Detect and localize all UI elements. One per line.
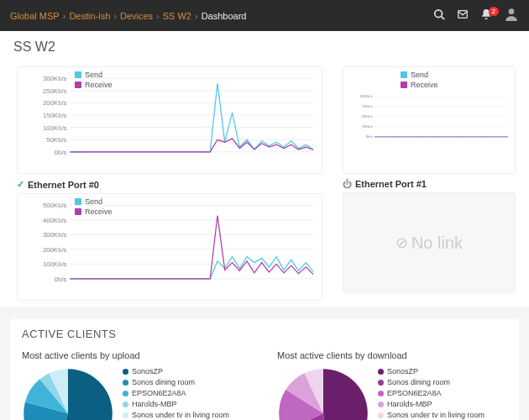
legend-item: Sonos dining room bbox=[378, 378, 484, 386]
nolink-icon: ⊘ bbox=[395, 234, 408, 252]
crumb-1[interactable]: Destin-ish bbox=[69, 11, 110, 21]
swatch-receive bbox=[75, 208, 81, 215]
legend-dot bbox=[123, 369, 128, 375]
chart-top-left: Send Receive 0b/s50Kb/s100Kb/s150Kb/s200… bbox=[17, 66, 322, 174]
crumb-0[interactable]: Global MSP bbox=[10, 11, 60, 21]
legend-label: Harolds-MBP bbox=[132, 400, 177, 408]
swatch-send bbox=[401, 71, 407, 78]
legend-dot bbox=[378, 380, 384, 386]
crumb-3[interactable]: SS W2 bbox=[163, 11, 191, 21]
download-subtitle: Most active clients by download bbox=[277, 350, 507, 360]
nolink-label: No link bbox=[411, 234, 463, 253]
legend-label: Sonos dining room bbox=[387, 378, 450, 386]
check-icon: ✓ bbox=[17, 179, 24, 190]
download-block: Most active clients by download SonosZPS… bbox=[277, 350, 507, 420]
legend-label: Harolds-MBP bbox=[387, 400, 432, 408]
legend-label: Sonos dining room bbox=[132, 378, 195, 386]
page-title: SS W2 bbox=[0, 31, 529, 60]
legend-dot bbox=[378, 412, 384, 418]
legend-send: Send bbox=[85, 197, 102, 206]
legend-item: SonosZP bbox=[378, 367, 484, 375]
chart-svg: 0b/s100Kb/s200Kb/s300Kb/s400Kb/s500Kb/s bbox=[23, 199, 317, 291]
svg-rect-2 bbox=[458, 11, 468, 18]
port1-label: Ethernet Port #1 bbox=[355, 179, 427, 189]
crumb-current: Dashboard bbox=[202, 11, 247, 21]
svg-text:500Kb/s: 500Kb/s bbox=[43, 202, 67, 209]
svg-text:100Kb/s: 100Kb/s bbox=[359, 94, 373, 98]
legend-item: Sonos dining room bbox=[123, 378, 229, 386]
svg-text:150Kb/s: 150Kb/s bbox=[43, 112, 67, 119]
port1-title: ⏻ Ethernet Port #1 bbox=[343, 179, 516, 189]
upload-block: Most active clients by upload SonosZPSon… bbox=[22, 350, 252, 420]
legend-label: EPSON6E2A8A bbox=[132, 389, 186, 397]
svg-text:100Kb/s: 100Kb/s bbox=[43, 260, 67, 268]
avatar-icon[interactable] bbox=[504, 7, 519, 24]
top-bar: Global MSP› Destin-ish› Devices› SS W2› … bbox=[0, 0, 529, 31]
svg-text:0b/s: 0b/s bbox=[366, 134, 373, 139]
legend-dot bbox=[123, 412, 128, 418]
legend-item: Harolds-MBP bbox=[123, 400, 229, 408]
svg-text:0b/s: 0b/s bbox=[55, 149, 67, 156]
legend-label: Sonos under tv in living room bbox=[387, 411, 484, 419]
legend-label: EPSON6E2A8A bbox=[387, 389, 442, 397]
breadcrumb: Global MSP› Destin-ish› Devices› SS W2› … bbox=[10, 11, 246, 21]
legend-dot bbox=[378, 391, 384, 396]
legend-dot bbox=[378, 402, 384, 407]
swatch-send bbox=[75, 71, 81, 78]
legend-receive: Receive bbox=[85, 207, 113, 216]
port0-label: Ethernet Port #0 bbox=[28, 180, 99, 190]
svg-text:50Kb/s: 50Kb/s bbox=[46, 136, 66, 144]
svg-point-0 bbox=[435, 10, 443, 18]
active-clients-title: ACTIVE CLIENTS bbox=[22, 328, 507, 340]
search-icon[interactable] bbox=[433, 8, 445, 23]
svg-text:300Kb/s: 300Kb/s bbox=[43, 231, 67, 239]
swatch-receive bbox=[401, 81, 407, 88]
power-icon: ⏻ bbox=[343, 179, 352, 189]
chart-legend: Send Receive bbox=[75, 197, 113, 218]
svg-text:100Kb/s: 100Kb/s bbox=[43, 124, 67, 132]
legend-send: Send bbox=[411, 71, 428, 79]
legend-item: SonosZP bbox=[123, 367, 229, 375]
notifications-icon[interactable]: 2 bbox=[480, 8, 492, 23]
upload-legend: SonosZPSonos dining roomEPSON6E2A8AHarol… bbox=[123, 367, 229, 420]
svg-text:250Kb/s: 250Kb/s bbox=[43, 87, 67, 95]
legend-item: Sonos under tv in living room bbox=[123, 411, 229, 419]
chart-port0: Send Receive 0b/s100Kb/s200Kb/s300Kb/s40… bbox=[17, 193, 322, 301]
svg-text:200Kb/s: 200Kb/s bbox=[43, 99, 67, 107]
swatch-send bbox=[75, 198, 81, 205]
legend-item: Harolds-MBP bbox=[378, 400, 484, 408]
swatch-receive bbox=[75, 81, 81, 88]
legend-label: SonosZP bbox=[387, 367, 418, 375]
legend-dot bbox=[123, 402, 128, 407]
svg-text:200Kb/s: 200Kb/s bbox=[43, 246, 67, 254]
port0-title: ✓ Ethernet Port #0 bbox=[17, 179, 322, 190]
svg-text:300Kb/s: 300Kb/s bbox=[43, 75, 67, 82]
svg-text:75Kb/s: 75Kb/s bbox=[362, 104, 373, 108]
panel-top-right: Send Receive 0b/s25Kb/s50Kb/s75Kb/s100Kb… bbox=[336, 60, 522, 307]
chart-legend: Send Receive bbox=[75, 71, 113, 91]
nolink-panel: ⊘ No link bbox=[343, 192, 516, 293]
legend-dot bbox=[123, 380, 128, 386]
download-legend: SonosZPSonos dining roomEPSON6E2A8AHarol… bbox=[378, 367, 484, 420]
svg-point-3 bbox=[509, 8, 515, 14]
inbox-icon[interactable] bbox=[457, 8, 469, 23]
upload-pie bbox=[22, 367, 114, 420]
crumb-2[interactable]: Devices bbox=[120, 11, 153, 21]
svg-text:25Kb/s: 25Kb/s bbox=[362, 124, 373, 129]
svg-line-1 bbox=[442, 17, 445, 20]
svg-text:400Kb/s: 400Kb/s bbox=[43, 217, 67, 224]
legend-label: SonosZP bbox=[132, 367, 163, 375]
legend-item: EPSON6E2A8A bbox=[123, 389, 229, 397]
legend-receive: Receive bbox=[85, 81, 113, 89]
legend-label: Sonos under tv in living room bbox=[132, 411, 229, 419]
legend-item: Sonos under tv in living room bbox=[378, 411, 484, 419]
upload-subtitle: Most active clients by upload bbox=[22, 350, 252, 360]
chart-top-right: Send Receive 0b/s25Kb/s50Kb/s75Kb/s100Kb… bbox=[343, 66, 516, 174]
legend-receive: Receive bbox=[411, 81, 438, 89]
legend-send: Send bbox=[85, 71, 102, 79]
legend-dot bbox=[378, 369, 384, 375]
svg-text:0b/s: 0b/s bbox=[55, 276, 67, 283]
legend-item: EPSON6E2A8A bbox=[378, 389, 484, 397]
notif-badge: 2 bbox=[489, 7, 499, 16]
download-pie bbox=[277, 367, 369, 420]
